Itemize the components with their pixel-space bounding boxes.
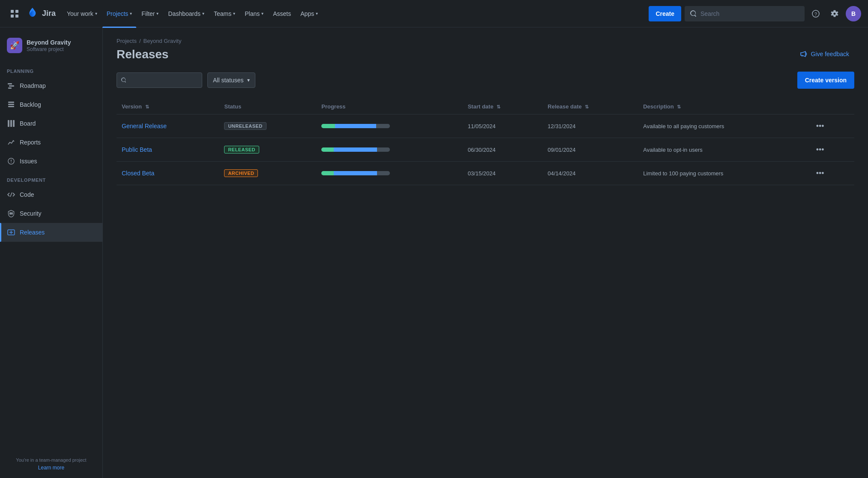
svg-rect-17 xyxy=(11,162,12,163)
toolbar-left: All statuses ▾ xyxy=(117,72,255,88)
row-more-button[interactable]: ••• xyxy=(813,168,828,179)
give-feedback-label: Give feedback xyxy=(811,51,850,57)
status-badge: UNRELEASED xyxy=(224,122,266,130)
sidebar-item-reports[interactable]: Reports xyxy=(0,133,102,152)
release-date-text: 04/14/2024 xyxy=(548,170,575,177)
svg-rect-16 xyxy=(11,159,12,162)
table-toolbar: All statuses ▾ Create version xyxy=(117,72,854,89)
sidebar-item-releases[interactable]: Releases xyxy=(0,223,102,242)
chevron-down-icon: ▾ xyxy=(233,11,235,16)
svg-rect-7 xyxy=(9,85,14,87)
nav-teams[interactable]: Teams ▾ xyxy=(210,5,239,22)
create-button[interactable]: Create xyxy=(649,6,681,21)
roadmap-icon xyxy=(7,81,15,90)
chevron-down-icon: ▾ xyxy=(316,11,318,16)
apps-grid-icon[interactable] xyxy=(7,6,22,21)
chevron-down-icon: ▾ xyxy=(130,11,132,16)
sidebar-item-code[interactable]: Code xyxy=(0,185,102,204)
col-description: Description ⇅ xyxy=(638,99,807,114)
cell-status: ARCHIVED xyxy=(219,162,316,185)
nav-projects[interactable]: Projects ▾ xyxy=(102,5,137,22)
status-badge: ARCHIVED xyxy=(224,169,258,177)
progress-gray-segment xyxy=(377,171,390,175)
start-date-text: 11/05/2024 xyxy=(468,123,496,129)
progress-green-segment xyxy=(321,171,334,175)
search-icon xyxy=(690,10,697,17)
svg-rect-0 xyxy=(11,10,14,13)
cell-progress xyxy=(316,114,462,138)
sort-icon: ⇅ xyxy=(145,104,149,109)
settings-button[interactable] xyxy=(827,6,842,21)
svg-text:?: ? xyxy=(814,11,817,16)
nav-your-work[interactable]: Your work ▾ xyxy=(63,5,102,22)
progress-gray-segment xyxy=(376,124,390,128)
table-row: Closed Beta ARCHIVED 03/15/2024 04/14/20… xyxy=(117,162,854,185)
col-start-date: Start date ⇅ xyxy=(463,99,543,114)
backlog-icon xyxy=(7,100,15,109)
nav-assets[interactable]: Assets xyxy=(269,5,295,22)
version-search-input[interactable] xyxy=(117,72,202,88)
learn-more-link[interactable]: Learn more xyxy=(38,465,64,471)
nav-dashboards[interactable]: Dashboards ▾ xyxy=(164,5,209,22)
sort-icon: ⇅ xyxy=(497,104,500,109)
version-link[interactable]: General Release xyxy=(122,123,167,129)
cell-description: Available to opt-in users xyxy=(638,138,807,162)
row-more-button[interactable]: ••• xyxy=(813,144,828,155)
col-release-date: Release date ⇅ xyxy=(542,99,638,114)
security-icon xyxy=(7,209,15,218)
sidebar-item-issues-label: Issues xyxy=(20,158,37,165)
status-filter-dropdown[interactable]: All statuses ▾ xyxy=(207,72,255,88)
chevron-down-icon: ▾ xyxy=(202,11,204,16)
sidebar-item-board[interactable]: Board xyxy=(0,114,102,133)
releases-table: Version ⇅ Status Progress Start date ⇅ R xyxy=(117,99,854,185)
cell-progress xyxy=(316,162,462,185)
table-header: Version ⇅ Status Progress Start date ⇅ R xyxy=(117,99,854,114)
sidebar-item-security[interactable]: Security xyxy=(0,204,102,223)
project-name: Beyond Gravity xyxy=(27,39,71,46)
nav-filter[interactable]: Filter ▾ xyxy=(137,5,163,22)
version-link[interactable]: Public Beta xyxy=(122,146,152,153)
start-date-text: 03/15/2024 xyxy=(468,170,496,177)
breadcrumb: Projects / Beyond Gravity xyxy=(117,38,854,44)
cell-description: Available to all paying customers xyxy=(638,114,807,138)
development-section-label: DEVELOPMENT xyxy=(0,171,102,185)
svg-point-22 xyxy=(12,213,12,213)
search-box[interactable]: Search xyxy=(685,6,805,21)
breadcrumb-projects[interactable]: Projects xyxy=(117,38,137,44)
description-text: Available to all paying customers xyxy=(643,123,724,129)
chevron-down-icon: ▾ xyxy=(261,11,263,16)
sidebar-item-backlog[interactable]: Backlog xyxy=(0,95,102,114)
start-date-text: 06/30/2024 xyxy=(468,147,496,153)
sidebar-item-roadmap-label: Roadmap xyxy=(20,82,46,89)
progress-green-segment xyxy=(321,124,335,128)
version-search-field[interactable] xyxy=(130,77,198,84)
svg-rect-14 xyxy=(13,120,15,127)
create-version-button[interactable]: Create version xyxy=(797,72,854,89)
user-avatar[interactable]: B xyxy=(846,6,861,21)
breadcrumb-project[interactable]: Beyond Gravity xyxy=(144,38,182,44)
nav-plans[interactable]: Plans ▾ xyxy=(240,5,268,22)
jira-logo[interactable]: Jira xyxy=(26,7,56,21)
nav-apps[interactable]: Apps ▾ xyxy=(296,5,322,22)
megaphone-icon xyxy=(800,50,808,58)
col-actions xyxy=(808,99,854,114)
version-link[interactable]: Closed Beta xyxy=(122,170,154,177)
cell-release-date: 12/31/2024 xyxy=(542,114,638,138)
progress-blue-segment xyxy=(334,171,377,175)
sidebar-item-roadmap[interactable]: Roadmap xyxy=(0,76,102,95)
top-nav-right: Create Search ? B xyxy=(649,6,861,21)
chevron-down-icon: ▾ xyxy=(95,11,97,16)
cell-status: UNRELEASED xyxy=(219,114,316,138)
row-more-button[interactable]: ••• xyxy=(813,120,828,132)
page-header: Releases Give feedback xyxy=(117,48,854,61)
search-icon xyxy=(121,77,126,83)
sidebar-footer: You're in a team-managed project Learn m… xyxy=(0,450,102,478)
sidebar-item-board-label: Board xyxy=(20,120,36,127)
chevron-down-icon: ▾ xyxy=(247,77,250,83)
sidebar-item-issues[interactable]: Issues xyxy=(0,152,102,171)
reports-icon xyxy=(7,138,15,147)
svg-rect-9 xyxy=(8,102,14,103)
help-button[interactable]: ? xyxy=(808,6,823,21)
give-feedback-button[interactable]: Give feedback xyxy=(795,48,855,60)
table-body: General Release UNRELEASED 11/05/2024 12… xyxy=(117,114,854,185)
